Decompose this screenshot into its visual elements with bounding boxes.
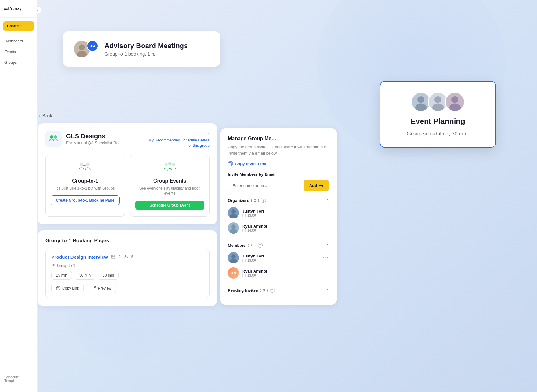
brand-logo: calfrenzy <box>0 6 37 18</box>
person-count: 5 <box>131 255 134 259</box>
pending-invites-chevron-icon: ∧ <box>326 288 329 292</box>
svg-rect-40 <box>243 229 246 232</box>
svg-point-1 <box>79 44 85 50</box>
sidebar-item-schedule-templates[interactable]: Schedule Templates <box>0 372 37 386</box>
preview-button[interactable]: Preview <box>87 284 116 293</box>
booking-meta: 3 5 <box>111 254 133 260</box>
booking-type-badge: Group-to-1 <box>51 263 204 268</box>
member-1-left: Justyn Torf 13:00 <box>228 252 264 263</box>
group-title: GLS Designs For Manual QA Specialist Rol… <box>66 133 122 145</box>
svg-point-33 <box>231 209 236 214</box>
pending-invites-help-icon[interactable]: ? <box>270 288 275 293</box>
group-to-1-desc: It's Just Like 1-to-1 but with Groups <box>51 186 120 191</box>
group-events-option[interactable]: Group Events See everyone's availability… <box>130 155 210 217</box>
svg-rect-20 <box>111 255 115 258</box>
organizers-section-header[interactable]: Organizers (2) ? ∧ <box>228 198 329 203</box>
invite-email-input[interactable] <box>228 180 301 191</box>
advisory-avatar-group: +9 <box>73 40 98 58</box>
advisory-info: Advisory Board Meetings Group-to 1 booki… <box>104 42 188 57</box>
group-card-menu[interactable]: ··· <box>204 131 210 136</box>
duration-30min[interactable]: 30 min <box>75 271 95 280</box>
members-chevron-icon: ∧ <box>326 243 329 247</box>
copy-icon <box>56 286 60 290</box>
divider-1 <box>228 238 329 238</box>
sidebar-item-events[interactable]: Events <box>0 47 37 57</box>
svg-point-34 <box>230 214 237 218</box>
member-2-left: RA Ryan Aminof 13:00 <box>228 267 267 279</box>
svg-point-12 <box>50 135 53 139</box>
booking-item: Product Design Interview 3 5 ··· <box>45 249 210 298</box>
event-planning-subtitle: Group scheduling, 30 min. <box>407 131 469 137</box>
calendar-icon <box>111 254 115 260</box>
calendar-icon-m1 <box>242 258 246 262</box>
organizer-1-menu[interactable]: ··· <box>323 210 329 216</box>
schedule-group-event-button[interactable]: Schedule Group Event <box>135 201 204 210</box>
create-button[interactable]: Create + <box>3 21 34 31</box>
svg-point-38 <box>231 224 236 229</box>
calendar-small-icon <box>242 213 246 217</box>
member-2-info: Ryan Aminof 13:00 <box>242 269 267 277</box>
event-planning-card: Event Planning Group scheduling, 30 min. <box>380 81 496 148</box>
event-planning-avatars <box>411 92 465 112</box>
organizers-help-icon[interactable]: ? <box>261 198 266 203</box>
organizers-label: Organizers (2) ? <box>228 198 266 203</box>
recommended-schedule-link[interactable]: My Recommended Schedule Details for this… <box>148 138 210 148</box>
svg-point-19 <box>172 163 175 166</box>
calendar-count: 3 <box>119 255 121 259</box>
advisory-subtitle: Group-to 1 booking, 1 h. <box>104 51 188 57</box>
organizer-1-avatar <box>228 207 239 218</box>
svg-point-15 <box>86 163 90 166</box>
organizer-2-info: Ryan Aminof 14:00 <box>242 224 267 232</box>
back-button[interactable]: ‹ Back <box>38 113 217 118</box>
group-card: GLS Designs For Manual QA Specialist Rol… <box>38 123 217 224</box>
sidebar-item-dashboard[interactable]: Dashboard <box>0 36 37 47</box>
sidebar-item-groups[interactable]: Groups <box>0 57 37 68</box>
members-help-icon[interactable]: ? <box>258 243 263 248</box>
manage-panel-title: Manage Group Me… <box>228 136 329 141</box>
organizer-2-menu[interactable]: ··· <box>323 225 329 231</box>
group-to-1-option[interactable]: Group-to-1 It's Just Like 1-to-1 but wit… <box>45 155 125 217</box>
organizer-row-1: Justyn Torf 13:00 ··· <box>228 207 329 218</box>
organizers-chevron-icon: ∧ <box>326 198 329 202</box>
svg-point-17 <box>165 163 168 166</box>
duration-pills: 15 min 30 min 60 min <box>51 271 204 280</box>
create-group-to-1-button[interactable]: Create Group-to-1 Booking Page <box>51 195 120 205</box>
duration-60min[interactable]: 60 min <box>98 271 119 280</box>
member-2-menu[interactable]: ··· <box>323 270 329 276</box>
copy-invite-link[interactable]: Copy Invite Link <box>228 161 329 166</box>
pending-invites-section-header[interactable]: Pending Invites (3) ? ∧ <box>228 288 329 293</box>
sidebar: « calfrenzy Create + Dashboard Events Gr… <box>0 0 38 392</box>
sidebar-collapse-button[interactable]: « <box>34 6 41 14</box>
advisory-board-card: +9 Advisory Board Meetings Group-to 1 bo… <box>63 31 220 67</box>
booking-item-name[interactable]: Product Design Interview <box>51 254 108 260</box>
svg-line-29 <box>94 286 96 288</box>
svg-rect-46 <box>243 274 246 277</box>
copy-invite-icon <box>228 161 233 166</box>
copy-link-button[interactable]: Copy Link <box>51 284 84 293</box>
organizer-2-avatar <box>228 222 239 234</box>
external-link-icon <box>92 286 96 290</box>
member-1-menu[interactable]: ··· <box>323 255 329 261</box>
group-card-actions: ··· My Recommended Schedule Details for … <box>148 131 210 148</box>
svg-point-10 <box>451 96 458 103</box>
booking-item-menu[interactable]: ··· <box>198 254 204 260</box>
group-events-icon <box>135 161 204 175</box>
member-1-info: Justyn Torf 13:00 <box>242 254 264 262</box>
svg-point-26 <box>53 264 55 266</box>
group-name: GLS Designs <box>66 133 122 140</box>
booking-item-title-area: Product Design Interview 3 5 <box>51 254 133 260</box>
advisory-avatar-count: +9 <box>87 40 98 52</box>
duration-15min[interactable]: 15 min <box>51 271 72 280</box>
add-invite-button[interactable]: Add <box>304 180 329 191</box>
invite-input-row: Add <box>228 180 329 191</box>
svg-point-14 <box>80 163 83 166</box>
pending-invites-label: Pending Invites (3) ? <box>228 288 275 293</box>
invite-email-label: Invite Members by Email <box>228 172 329 177</box>
calendar-icon-m2 <box>242 273 246 277</box>
svg-point-18 <box>168 162 171 165</box>
members-label: Members (2) ? <box>228 243 263 248</box>
members-section-header[interactable]: Members (2) ? ∧ <box>228 243 329 248</box>
type-options: Group-to-1 It's Just Like 1-to-1 but wit… <box>45 155 210 217</box>
svg-point-4 <box>417 96 424 103</box>
group-subtitle: For Manual QA Specialist Role <box>66 141 122 145</box>
